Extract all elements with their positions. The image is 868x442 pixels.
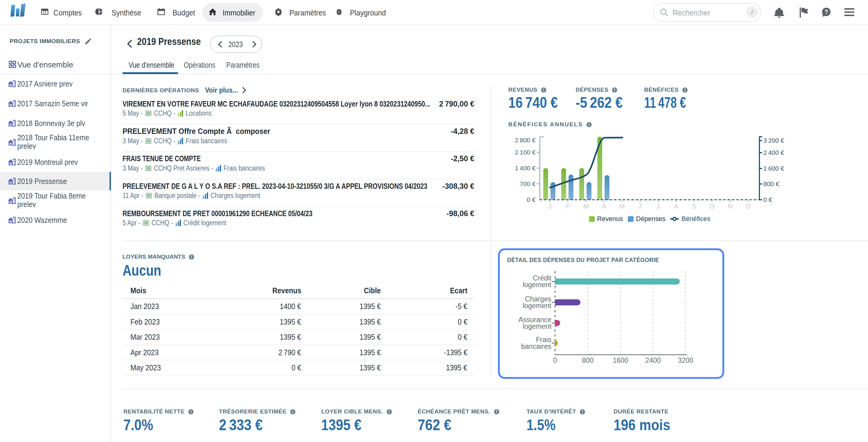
svg-text:0 €: 0 € [527, 196, 536, 203]
svg-text:1 400 €: 1 400 € [515, 165, 536, 172]
svg-text:2 800 €: 2 800 € [515, 137, 536, 144]
svg-text:M: M [583, 203, 589, 210]
svg-text:S: S [692, 203, 696, 210]
svg-text:0: 0 [553, 356, 557, 364]
svg-text:800 €: 800 € [763, 180, 779, 187]
svg-text:1600: 1600 [613, 356, 628, 364]
svg-text:2 100 €: 2 100 € [515, 149, 536, 156]
svg-text:?: ? [824, 8, 828, 15]
svg-text:bancaires: bancaires [521, 343, 551, 350]
svg-text:A: A [602, 203, 606, 210]
svg-text:logement: logement [523, 302, 551, 310]
svg-text:0 €: 0 € [763, 196, 772, 203]
svg-text:J: J [548, 203, 552, 210]
svg-text:3200: 3200 [678, 356, 693, 364]
svg-text:M: M [619, 203, 625, 210]
svg-text:O: O [710, 203, 715, 210]
svg-text:3 200 €: 3 200 € [763, 137, 784, 144]
svg-text:1 600 €: 1 600 € [763, 165, 784, 172]
svg-text:700 €: 700 € [520, 180, 536, 187]
svg-text:800: 800 [582, 356, 593, 364]
svg-text:J: J [639, 203, 642, 210]
svg-text:F: F [566, 203, 570, 210]
svg-text:2 400 €: 2 400 € [763, 149, 784, 156]
svg-text:J: J [656, 203, 660, 210]
svg-text:D: D [746, 203, 751, 210]
svg-text:logement: logement [523, 281, 551, 289]
svg-text:N: N [728, 203, 733, 210]
svg-text:A: A [674, 203, 678, 210]
svg-text:2400: 2400 [645, 356, 661, 364]
svg-text:logement: logement [523, 322, 551, 330]
